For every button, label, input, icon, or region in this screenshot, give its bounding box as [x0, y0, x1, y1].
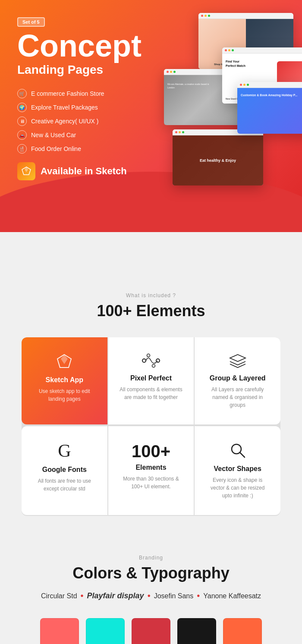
color-swatch-4: #171717 [177, 618, 216, 644]
pixel-title: Pixel Perfect [130, 374, 172, 382]
close-dot [175, 131, 177, 133]
branding-section: Branding Colors & Typography Circular St… [0, 533, 302, 644]
agency-text: We are Alternate, a creative studio base… [167, 83, 211, 89]
sketch-desc: Use sketch app to edit landing pages [32, 387, 97, 403]
feature-grid-bottom: G Google Fonts All fonts are free to use… [22, 426, 280, 515]
feature-label-ecommerce: E commerce Fashion Store [31, 90, 104, 97]
minimize-dot [243, 84, 245, 86]
color-box-3 [132, 618, 170, 644]
diamond-icon [56, 353, 73, 370]
feature-label-agency: Creative Agency( UI/UX ) [31, 118, 98, 125]
minimize-dot [179, 131, 181, 133]
font-playfair: Playfair display [87, 591, 144, 600]
close-dot [201, 15, 203, 17]
maximize-dot [208, 15, 210, 17]
mockup-car-bar [222, 47, 302, 53]
branding-title: Colors & Typography [22, 564, 280, 582]
car-title: Find YourPerfect Match [226, 60, 245, 68]
group-title: Group & Layered [210, 374, 266, 382]
mockup-travel-content: Customize & Book Amazing Holiday P... [237, 88, 302, 134]
feature-grid-wrapper: Sketch App Use sketch app to edit landin… [22, 337, 280, 516]
maximize-dot [247, 84, 249, 86]
mockup-area: Shop Women Shop Men We are Alternate, a … [134, 13, 302, 185]
sketch-gem-icon [17, 162, 35, 180]
feature-label-car: New & Used Car [31, 132, 76, 138]
close-dot [240, 84, 242, 86]
hero-spacer [0, 232, 302, 267]
sketch-title: Sketch App [46, 376, 83, 384]
color-swatch-3: #d23440 [132, 618, 170, 644]
elements-section-title: 100+ Elements [22, 302, 280, 320]
bezier-icon [142, 353, 160, 368]
food-title: Eat healthy & Enjoy [200, 158, 236, 163]
font-dot-2: • [148, 591, 151, 601]
pixel-desc: All components & elements are made to fi… [119, 386, 184, 401]
car-icon: 🚗 [17, 130, 27, 140]
font-josefin: Josefin Sans [154, 592, 194, 600]
elements-title: Elements [135, 464, 166, 471]
close-dot [167, 71, 169, 73]
mockup-food: Eat healthy & Enjoy [173, 129, 263, 185]
color-box-5 [223, 618, 262, 644]
feature-label-food: Food Order Online [31, 145, 81, 152]
color-swatches: #ff6463 #0fe8da #d23440 #171717 #ff653b … [22, 618, 280, 644]
google-title: Google Fonts [42, 466, 87, 474]
feature-label-travel: Explore Travel Packages [31, 104, 98, 111]
maximize-dot [173, 71, 176, 73]
vector-title: Vector Shapes [214, 465, 261, 473]
minimize-dot [228, 49, 230, 51]
search-icon [229, 442, 246, 459]
hero-section: Set of 5 Concept Landing Pages 🛒 E comme… [0, 0, 302, 232]
feature-group: Group & Layered All Layers are carefully… [195, 337, 280, 424]
group-desc: All Layers are carefully named & organis… [205, 386, 270, 409]
travel-title: Customize & Book Amazing Holiday P... [241, 93, 297, 97]
agency-icon: 🖥 [17, 116, 27, 126]
color-box-4 [177, 618, 216, 644]
feature-google: G Google Fonts All fonts are free to use… [22, 426, 107, 515]
font-dot-1: • [81, 591, 84, 601]
font-yanone: Yanone Kaffeesatz [203, 592, 261, 600]
mockup-food-content: Eat healthy & Enjoy [173, 135, 263, 185]
svg-line-12 [240, 452, 245, 457]
font-circular: Circular Std [41, 592, 77, 600]
vector-desc: Every icon & shape is vector & can be re… [205, 476, 270, 499]
maximize-dot [182, 131, 184, 133]
car-image [277, 61, 302, 85]
travel-icon: 🌍 [17, 103, 27, 112]
close-dot [225, 49, 227, 51]
google-desc: All fonts are free to use except circula… [32, 477, 97, 493]
feature-elements: 100+ Elements More than 30 sections & 10… [108, 426, 194, 515]
feature-grid-top: Sketch App Use sketch app to edit landin… [22, 337, 280, 424]
google-icon: G [58, 442, 71, 460]
maximize-dot [232, 49, 234, 51]
mockup-travel-bar [237, 82, 302, 88]
available-label: Available in Sketch [41, 166, 127, 177]
font-row: Circular Std • Playfair display • Josefi… [22, 591, 280, 601]
color-swatch-5: #ff653b [223, 618, 262, 644]
food-icon: 🍴 [17, 144, 27, 154]
svg-marker-10 [230, 355, 245, 361]
minimize-dot [204, 15, 207, 17]
feature-vector: Vector Shapes Every icon & shape is vect… [195, 426, 280, 515]
color-swatch-2: #0fe8da [86, 618, 125, 644]
feature-sketch: Sketch App Use sketch app to edit landin… [22, 337, 107, 424]
font-dot-3: • [197, 591, 200, 601]
mockup-fashion-bar [198, 13, 293, 19]
elements-section: What is included ? 100+ Elements Sketch … [0, 267, 302, 533]
elements-desc: More than 30 sections & 100+ UI element. [119, 475, 184, 490]
ecommerce-icon: 🛒 [17, 89, 27, 98]
mockup-travel: Customize & Book Amazing Holiday P... [237, 82, 302, 134]
layers-icon [228, 353, 247, 368]
branding-label: Branding [22, 555, 280, 561]
color-swatch-1: #ff6463 [40, 618, 79, 644]
color-box-1 [40, 618, 79, 644]
set-badge: Set of 5 [17, 17, 45, 27]
minimize-dot [170, 71, 172, 73]
elements-number: 100+ [132, 442, 170, 461]
feature-pixel: Pixel Perfect All components & elements … [108, 337, 194, 424]
color-box-2 [86, 618, 125, 644]
elements-section-label: What is included ? [22, 292, 280, 298]
